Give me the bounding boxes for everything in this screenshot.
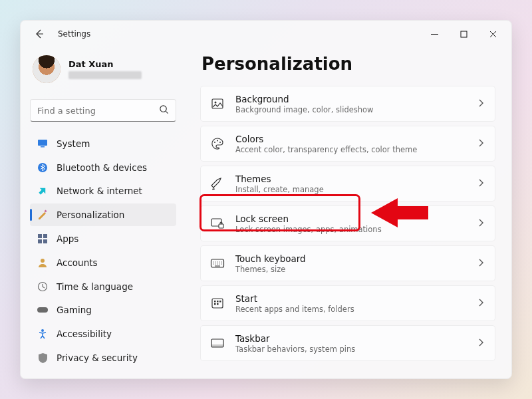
sidebar-item-apps[interactable]: Apps [30,227,176,250]
card-touch-keyboard[interactable]: Touch keyboard Themes, size [200,245,495,281]
card-lock-screen[interactable]: Lock screen Lock screen images, apps, an… [200,205,495,241]
card-title: Taskbar [235,333,477,344]
svg-point-18 [219,142,221,143]
lock-screen-icon [210,217,225,230]
accounts-icon [37,257,49,269]
card-subtitle: Lock screen images, apps, animations [235,225,477,234]
svg-rect-20 [219,224,223,228]
maximize-button[interactable] [449,24,478,44]
settings-window: Settings Dat Xuan [20,20,512,379]
avatar [33,55,61,83]
svg-rect-0 [461,31,467,37]
privacy-icon [37,352,49,364]
card-title: Touch keyboard [235,253,477,264]
svg-rect-9 [43,239,47,243]
card-subtitle: Background image, color, slideshow [235,105,477,114]
sidebar-item-privacy[interactable]: Privacy & security [30,346,176,369]
svg-rect-7 [43,234,47,238]
profile[interactable]: Dat Xuan [30,53,176,90]
svg-rect-2 [38,140,47,146]
system-icon [37,138,49,150]
sidebar-item-system[interactable]: System [30,132,176,155]
card-taskbar[interactable]: Taskbar Taskbar behaviors, system pins [200,325,495,361]
search-icon [159,104,169,117]
card-subtitle: Recent apps and items, folders [235,305,477,314]
back-button[interactable] [30,25,49,43]
svg-rect-26 [214,303,216,305]
card-subtitle: Accent color, transparency effects, colo… [235,145,477,154]
sidebar-item-label: Bluetooth & devices [57,162,147,173]
sidebar-item-accounts[interactable]: Accounts [30,251,176,274]
card-title: Colors [235,134,477,144]
svg-point-17 [217,140,218,142]
background-icon [210,97,225,110]
chevron-right-icon [477,217,484,230]
sidebar-item-bluetooth[interactable]: Bluetooth & devices [30,156,176,179]
card-subtitle: Install, create, manage [235,185,477,194]
time-language-icon [37,281,49,293]
chevron-right-icon [477,257,484,270]
svg-point-10 [41,259,45,263]
sidebar: Dat Xuan System Bluetooth & devices [21,47,186,378]
window-controls [420,24,507,44]
svg-rect-29 [211,344,223,347]
svg-rect-6 [38,234,42,238]
svg-rect-24 [217,301,219,303]
sidebar-item-label: Privacy & security [57,352,138,363]
minimize-icon [431,31,438,38]
close-icon [489,31,497,38]
sidebar-item-label: System [57,138,90,149]
sidebar-item-accessibility[interactable]: Accessibility [30,323,176,345]
sidebar-item-label: Network & internet [57,186,142,196]
search-box[interactable] [30,99,176,122]
svg-rect-23 [214,301,216,303]
close-button[interactable] [478,24,507,44]
sidebar-item-time-language[interactable]: Time & language [30,275,176,298]
chevron-right-icon [477,297,484,310]
colors-icon [210,137,225,150]
svg-point-15 [215,102,217,104]
card-background[interactable]: Background Background image, color, slid… [200,86,495,122]
svg-point-16 [214,142,215,143]
apps-icon [37,233,49,245]
svg-rect-3 [41,146,45,148]
card-themes[interactable]: Themes Install, create, manage [200,166,495,201]
start-icon [210,297,225,309]
sidebar-item-gaming[interactable]: Gaming [30,299,176,322]
profile-email-redacted [68,71,142,79]
chevron-right-icon [477,138,484,150]
back-arrow-icon [34,29,45,39]
card-colors[interactable]: Colors Accent color, transparency effect… [200,126,495,162]
sidebar-item-personalization[interactable]: Personalization [30,203,176,226]
sidebar-item-label: Gaming [57,305,92,315]
profile-name: Dat Xuan [68,59,142,69]
window-title: Settings [58,29,90,39]
sidebar-item-label: Accessibility [57,329,112,339]
themes-icon [210,177,225,190]
minimize-button[interactable] [420,24,449,44]
taskbar-icon [210,338,225,348]
svg-rect-5 [44,210,47,213]
window-body: Dat Xuan System Bluetooth & devices [21,47,511,378]
chevron-right-icon [477,337,484,350]
page-title: Personalization [201,54,495,74]
gaming-icon [37,304,49,316]
network-icon [37,185,49,197]
personalization-icon [37,209,49,221]
card-start[interactable]: Start Recent apps and items, folders [200,285,495,321]
svg-rect-8 [38,239,42,243]
chevron-right-icon [477,98,484,110]
card-title: Start [235,293,477,304]
card-title: Background [235,94,477,104]
svg-point-1 [160,105,166,111]
sidebar-item-label: Apps [57,233,78,244]
card-title: Themes [235,174,477,184]
content-area: Personalization Background Background im… [186,47,511,378]
maximize-icon [460,31,467,38]
accessibility-icon [37,328,49,340]
sidebar-item-network[interactable]: Network & internet [30,180,176,203]
search-input[interactable] [37,106,159,116]
svg-rect-14 [212,99,223,108]
sidebar-item-label: Accounts [57,257,98,268]
svg-rect-12 [37,307,48,313]
